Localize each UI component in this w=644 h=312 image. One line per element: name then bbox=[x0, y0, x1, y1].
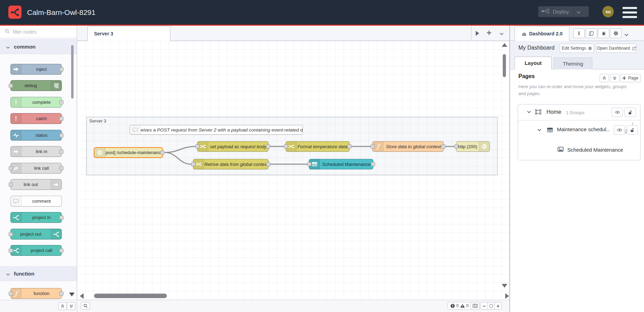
zoom-reset-button[interactable] bbox=[488, 302, 495, 310]
input-port[interactable] bbox=[284, 144, 288, 149]
canvas-scroll-up-icon[interactable] bbox=[502, 43, 507, 47]
sidebar-menu-button[interactable] bbox=[625, 31, 628, 37]
palette-node-project-in[interactable]: project in bbox=[10, 212, 62, 223]
edit-settings-button[interactable]: Edit Settings bbox=[560, 44, 594, 53]
zoom-in-button[interactable]: + bbox=[494, 302, 502, 310]
output-port[interactable] bbox=[160, 151, 164, 155]
flow-node-change-format-temperature[interactable]: Format temperature data. bbox=[286, 141, 350, 152]
help-docs-button[interactable] bbox=[586, 28, 597, 38]
flow-node-change-retrieve-data[interactable]: Retrive data from global context bbox=[193, 159, 269, 169]
palette-node-debug[interactable]: debug bbox=[10, 80, 62, 91]
palette-collapse-all-button[interactable] bbox=[58, 302, 67, 310]
palette-node-function[interactable]: ƒ function bbox=[10, 288, 62, 299]
input-port[interactable] bbox=[371, 144, 375, 149]
error-count: 0 bbox=[456, 303, 459, 308]
input-port[interactable] bbox=[195, 144, 200, 149]
palette-node-project-out[interactable]: project out bbox=[10, 229, 62, 239]
chevron-down-icon[interactable] bbox=[527, 111, 531, 113]
palette-node-label: link call bbox=[22, 163, 61, 173]
settings-button[interactable] bbox=[610, 28, 621, 38]
flow-status-counts[interactable]: 0 0 bbox=[448, 302, 471, 310]
canvas-scroll-left-icon[interactable] bbox=[80, 293, 84, 299]
canvas-scroll-down-icon[interactable] bbox=[502, 284, 507, 288]
main-menu-button[interactable] bbox=[622, 7, 637, 18]
output-port bbox=[59, 166, 63, 170]
palette-filter-input[interactable] bbox=[12, 29, 69, 35]
collapse-pages-button[interactable] bbox=[600, 74, 609, 82]
palette-node-inject[interactable]: inject bbox=[10, 64, 62, 75]
input-port[interactable] bbox=[307, 162, 311, 166]
flow-node-comment[interactable]: Receives a POST request from Server 2 wi… bbox=[129, 125, 303, 135]
user-avatar[interactable]: su bbox=[602, 6, 614, 17]
output-port bbox=[59, 216, 63, 220]
chevron-down-icon[interactable] bbox=[537, 129, 541, 131]
tab-theming[interactable]: Theming bbox=[554, 58, 592, 69]
palette-node-label: project in bbox=[22, 212, 61, 222]
palette-node-comment[interactable]: comment bbox=[10, 196, 62, 206]
palette-category-function[interactable]: function bbox=[0, 266, 77, 281]
output-port[interactable] bbox=[266, 144, 270, 149]
tab-layout[interactable]: Layout bbox=[515, 57, 552, 69]
flow-node-function-store-data[interactable]: ƒ Store data to global context bbox=[372, 141, 444, 152]
input-port[interactable] bbox=[191, 162, 195, 166]
input-port bbox=[9, 84, 13, 88]
open-dashboard-button[interactable]: Open Dashboard bbox=[596, 44, 637, 53]
page-visibility-button[interactable] bbox=[612, 108, 623, 117]
flow-node-http-response[interactable]: http (200) bbox=[456, 141, 490, 152]
tree-row-group-maintenance[interactable]: Maintenance schedul... bbox=[518, 125, 640, 138]
output-port bbox=[59, 133, 63, 137]
palette-node-project-call[interactable]: project call bbox=[10, 245, 62, 256]
tree-row-widget-scheduled-maintenance[interactable]: Scheduled Maintenance bbox=[518, 145, 640, 156]
flow-canvas[interactable]: Server 3 Receives a POST request from Se… bbox=[77, 41, 509, 300]
tree-row-page-home[interactable]: Home 1 Groups bbox=[518, 104, 640, 120]
play-icon bbox=[476, 31, 479, 36]
deploy-options-button[interactable] bbox=[574, 9, 584, 15]
palette-node-link-call[interactable]: link call bbox=[10, 163, 62, 174]
link-arrow-icon bbox=[11, 146, 22, 157]
chevron-down-icon bbox=[6, 44, 10, 50]
output-port[interactable] bbox=[347, 144, 351, 149]
flow-list-button[interactable] bbox=[498, 30, 505, 36]
palette-node-link-out[interactable]: link out bbox=[10, 179, 62, 190]
flow-node-ui-table[interactable]: Scheduled Maintenance bbox=[309, 159, 373, 169]
output-port bbox=[59, 67, 63, 71]
add-page-button[interactable]: Page bbox=[620, 74, 641, 82]
exclamation-icon: ! bbox=[11, 97, 22, 107]
group-lock-button[interactable] bbox=[627, 125, 638, 135]
chevron-down-icon bbox=[6, 271, 10, 277]
output-port[interactable] bbox=[266, 162, 270, 166]
palette-node-status[interactable]: status bbox=[10, 130, 62, 141]
debug-sidebar-button[interactable] bbox=[598, 28, 609, 38]
node-label: Retrive data from global context bbox=[204, 159, 268, 169]
minimap-toggle-button[interactable] bbox=[471, 302, 480, 310]
input-port bbox=[9, 248, 13, 253]
palette-node-catch[interactable]: ! catch bbox=[10, 113, 62, 124]
palette-node-link-in[interactable]: link in bbox=[10, 146, 62, 157]
palette-scrollbar-thumb[interactable] bbox=[71, 45, 74, 99]
canvas-scroll-right-icon[interactable] bbox=[505, 293, 509, 299]
palette-expand-all-button[interactable] bbox=[67, 302, 75, 310]
zoom-out-button[interactable]: − bbox=[481, 302, 488, 310]
deploy-button[interactable]: Deploy bbox=[538, 6, 589, 17]
run-flow-button[interactable] bbox=[474, 30, 481, 36]
palette-node-complete[interactable]: ! complete bbox=[10, 97, 62, 108]
flow-node-change-set-payload[interactable]: set payload as request body bbox=[197, 141, 269, 152]
palette-scroll-down-icon[interactable] bbox=[69, 293, 75, 296]
palette-category-common[interactable]: common bbox=[0, 39, 77, 54]
sidebar-tab-dashboard[interactable]: Dashboard 2.0 bbox=[515, 26, 569, 41]
info-button[interactable]: i bbox=[573, 28, 585, 38]
group-visibility-button[interactable] bbox=[614, 125, 625, 135]
input-port[interactable] bbox=[454, 144, 458, 149]
sidebar: Dashboard 2.0 i My Dashboard Edit Settin… bbox=[510, 26, 644, 312]
sidebar-header: Dashboard 2.0 i bbox=[510, 26, 644, 41]
workspace-tab-server-3[interactable]: Server 3 bbox=[87, 26, 170, 41]
expand-pages-button[interactable] bbox=[610, 74, 619, 82]
canvas-search-button[interactable] bbox=[81, 302, 90, 310]
canvas-hscrollbar-thumb[interactable] bbox=[94, 294, 167, 298]
page-lock-button[interactable] bbox=[625, 108, 636, 117]
output-port[interactable] bbox=[441, 144, 446, 149]
output-port[interactable] bbox=[371, 162, 375, 166]
canvas-vscrollbar-thumb[interactable] bbox=[503, 54, 506, 77]
add-flow-button[interactable] bbox=[485, 30, 493, 36]
flow-node-http-in[interactable]: [post] /schedule-maintenance bbox=[94, 147, 163, 158]
